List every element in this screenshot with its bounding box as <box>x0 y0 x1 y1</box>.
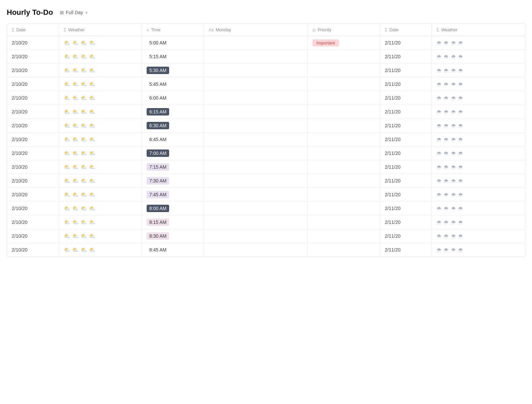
cell-weather1: ⛅ ⛅ ⛅ ⛅ <box>59 202 142 215</box>
table-row: 2/10/20⛅ ⛅ ⛅ ⛅7:15 AM2/11/20🌨 🌨 🌨 🌨 <box>7 160 525 174</box>
cell-date1: 2/10/20 <box>7 133 59 146</box>
cell-weather1: ⛅ ⛅ ⛅ ⛅ <box>59 160 142 174</box>
cell-monday[interactable] <box>204 146 307 160</box>
cell-time[interactable]: 8:30 AM <box>142 229 204 243</box>
cell-priority[interactable] <box>307 202 380 215</box>
col-header-weather2[interactable]: Σ Weather <box>432 24 525 36</box>
table-row: 2/10/20⛅ ⛅ ⛅ ⛅6:30 AM2/11/20🌨 🌨 🌨 🌨 <box>7 119 525 133</box>
cell-time[interactable]: 5:45 AM <box>142 77 204 91</box>
cell-monday[interactable] <box>204 188 307 202</box>
cell-weather1: ⛅ ⛅ ⛅ ⛅ <box>59 229 142 243</box>
table-row: 2/10/20⛅ ⛅ ⛅ ⛅6:00 AM2/11/20🌨 🌨 🌨 🌨 <box>7 91 525 105</box>
cell-monday[interactable] <box>204 133 307 146</box>
cell-priority[interactable] <box>307 105 380 119</box>
cell-monday[interactable] <box>204 105 307 119</box>
cell-date2: 2/11/20 <box>380 133 432 146</box>
col-header-monday[interactable]: Aa Monday <box>204 24 307 36</box>
cell-priority[interactable] <box>307 174 380 188</box>
sigma-icon-3: Σ <box>385 28 387 32</box>
cell-date1: 2/10/20 <box>7 146 59 160</box>
cell-time[interactable]: 5:15 AM <box>142 50 204 64</box>
cell-time[interactable]: 7:45 AM <box>142 188 204 202</box>
cell-weather1: ⛅ ⛅ ⛅ ⛅ <box>59 119 142 133</box>
table-row: 2/10/20⛅ ⛅ ⛅ ⛅8:00 AM2/11/20🌨 🌨 🌨 🌨 <box>7 202 525 215</box>
cell-time[interactable]: 5:30 AM <box>142 64 204 77</box>
cell-priority[interactable] <box>307 215 380 229</box>
view-toggle[interactable]: ⊞ Full Day ∨ <box>57 8 90 16</box>
cell-monday[interactable] <box>204 229 307 243</box>
cell-priority[interactable] <box>307 50 380 64</box>
col-label-date2: Date <box>389 27 398 32</box>
table-row: 2/10/20⛅ ⛅ ⛅ ⛅8:15 AM2/11/20🌨 🌨 🌨 🌨 <box>7 215 525 229</box>
cell-monday[interactable] <box>204 36 307 50</box>
cell-date1: 2/10/20 <box>7 174 59 188</box>
cell-monday[interactable] <box>204 174 307 188</box>
cell-weather2: 🌨 🌨 🌨 🌨 <box>432 64 525 77</box>
cell-time[interactable]: 8:45 AM <box>142 243 204 257</box>
cell-time[interactable]: 7:00 AM <box>142 146 204 160</box>
cell-priority[interactable]: Important <box>307 36 380 50</box>
cell-weather2: 🌨 🌨 🌨 🌨 <box>432 36 525 50</box>
cell-monday[interactable] <box>204 50 307 64</box>
cell-time[interactable]: 8:15 AM <box>142 215 204 229</box>
cell-date2: 2/11/20 <box>380 119 432 133</box>
cell-date1: 2/10/20 <box>7 243 59 257</box>
cell-priority[interactable] <box>307 119 380 133</box>
cell-monday[interactable] <box>204 202 307 215</box>
cell-priority[interactable] <box>307 160 380 174</box>
cell-date2: 2/11/20 <box>380 215 432 229</box>
cell-priority[interactable] <box>307 243 380 257</box>
table-row: 2/10/20⛅ ⛅ ⛅ ⛅7:00 AM2/11/20🌨 🌨 🌨 🌨 <box>7 146 525 160</box>
cell-priority[interactable] <box>307 229 380 243</box>
cell-time[interactable]: 6:45 AM <box>142 133 204 146</box>
cell-weather2: 🌨 🌨 🌨 🌨 <box>432 50 525 64</box>
cell-date1: 2/10/20 <box>7 160 59 174</box>
col-header-priority[interactable]: ◎ Priority <box>307 24 380 36</box>
cell-date2: 2/11/20 <box>380 146 432 160</box>
cell-priority[interactable] <box>307 77 380 91</box>
col-label-weather1: Weather <box>68 27 85 32</box>
table-wrapper: Σ Date Σ Weather ≡ Time <box>7 24 525 257</box>
cell-monday[interactable] <box>204 77 307 91</box>
text-icon: Aa <box>209 28 214 32</box>
col-header-date2[interactable]: Σ Date <box>380 24 432 36</box>
col-header-time[interactable]: ≡ Time <box>142 24 204 36</box>
cell-time[interactable]: 6:15 AM <box>142 105 204 119</box>
cell-date2: 2/11/20 <box>380 243 432 257</box>
cell-date1: 2/10/20 <box>7 64 59 77</box>
cell-priority[interactable] <box>307 146 380 160</box>
table-row: 2/10/20⛅ ⛅ ⛅ ⛅6:15 AM2/11/20🌨 🌨 🌨 🌨 <box>7 105 525 119</box>
cell-priority[interactable] <box>307 188 380 202</box>
cell-monday[interactable] <box>204 119 307 133</box>
cell-weather2: 🌨 🌨 🌨 🌨 <box>432 243 525 257</box>
cell-time[interactable]: 7:30 AM <box>142 174 204 188</box>
main-table: Σ Date Σ Weather ≡ Time <box>7 24 525 257</box>
col-label-time: Time <box>151 27 160 32</box>
col-header-date1[interactable]: Σ Date <box>7 24 59 36</box>
cell-priority[interactable] <box>307 91 380 105</box>
cell-date1: 2/10/20 <box>7 77 59 91</box>
cell-time[interactable]: 5:00 AM <box>142 36 204 50</box>
table-row: 2/10/20⛅ ⛅ ⛅ ⛅6:45 AM2/11/20🌨 🌨 🌨 🌨 <box>7 133 525 146</box>
cell-weather2: 🌨 🌨 🌨 🌨 <box>432 202 525 215</box>
col-header-weather1[interactable]: Σ Weather <box>59 24 142 36</box>
priority-badge[interactable]: Important <box>312 39 339 46</box>
cell-monday[interactable] <box>204 91 307 105</box>
cell-time[interactable]: 7:15 AM <box>142 160 204 174</box>
cell-date2: 2/11/20 <box>380 50 432 64</box>
cell-date1: 2/10/20 <box>7 50 59 64</box>
cell-monday[interactable] <box>204 160 307 174</box>
cell-date2: 2/11/20 <box>380 202 432 215</box>
cell-priority[interactable] <box>307 64 380 77</box>
cell-priority[interactable] <box>307 133 380 146</box>
cell-monday[interactable] <box>204 243 307 257</box>
cell-monday[interactable] <box>204 215 307 229</box>
cell-time[interactable]: 6:00 AM <box>142 91 204 105</box>
cell-monday[interactable] <box>204 64 307 77</box>
cell-date2: 2/11/20 <box>380 229 432 243</box>
table-row: 2/10/20⛅ ⛅ ⛅ ⛅5:45 AM2/11/20🌨 🌨 🌨 🌨 <box>7 77 525 91</box>
cell-time[interactable]: 6:30 AM <box>142 119 204 133</box>
cell-weather2: 🌨 🌨 🌨 🌨 <box>432 119 525 133</box>
cell-time[interactable]: 8:00 AM <box>142 202 204 215</box>
cell-date1: 2/10/20 <box>7 188 59 202</box>
